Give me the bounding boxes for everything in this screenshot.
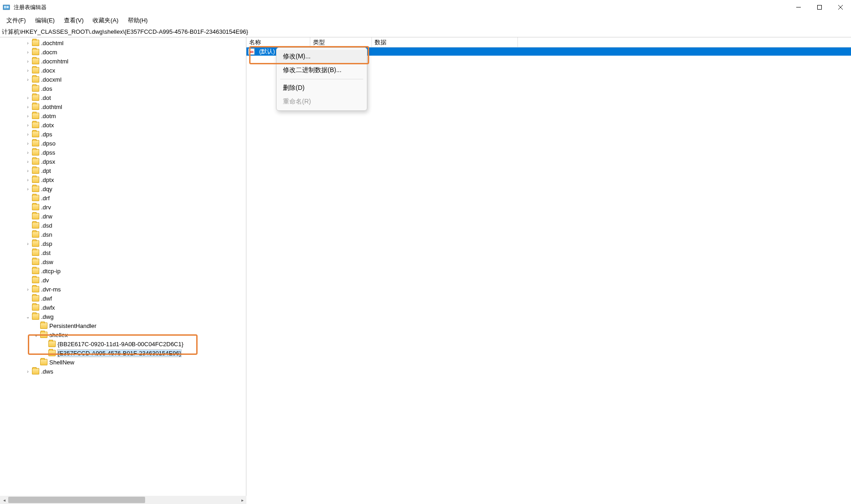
chevron-right-icon[interactable]: › xyxy=(25,40,31,46)
tree-label[interactable]: .dsd xyxy=(41,222,52,229)
list-header-data[interactable]: 数据 xyxy=(372,37,518,47)
maximize-button[interactable] xyxy=(809,0,830,15)
tree-label[interactable]: shellex xyxy=(49,332,68,338)
tree-label[interactable]: .dqy xyxy=(41,186,52,192)
tree-label[interactable]: .dwg xyxy=(41,313,53,320)
minimize-button[interactable] xyxy=(788,0,809,15)
list-header-type[interactable]: 类型 xyxy=(310,37,372,47)
chevron-right-icon[interactable]: › xyxy=(25,167,31,174)
tree-node[interactable]: ›.dotx xyxy=(0,120,246,130)
menu-file[interactable]: 文件(F) xyxy=(2,15,31,26)
tree-horizontal-scrollbar[interactable]: ◂ ▸ xyxy=(0,496,246,504)
tree-label[interactable]: .dsw xyxy=(41,259,53,265)
tree-node[interactable]: .dsd xyxy=(0,221,246,230)
chevron-right-icon[interactable]: › xyxy=(25,49,31,55)
ctx-delete[interactable]: 删除(D) xyxy=(277,81,367,95)
tree-node[interactable]: .dos xyxy=(0,84,246,93)
chevron-right-icon[interactable]: › xyxy=(25,131,31,137)
menu-favorites[interactable]: 收藏夹(A) xyxy=(88,15,123,26)
tree-label[interactable]: .dvr-ms xyxy=(41,286,61,293)
tree-node[interactable]: .dv xyxy=(0,275,246,285)
tree-node[interactable]: ›.docx xyxy=(0,66,246,75)
tree-node[interactable]: ›.dot xyxy=(0,93,246,102)
tree-label[interactable]: .dpss xyxy=(41,149,55,156)
tree-node[interactable]: {BB2E617C-0920-11d1-9A0B-00C04FC2D6C1} xyxy=(0,339,246,348)
tree-node[interactable]: ›.dpss xyxy=(0,148,246,157)
tree-label[interactable]: PersistentHandler xyxy=(49,322,96,329)
tree-label[interactable]: ShellNew xyxy=(49,359,74,366)
hscroll-right-button[interactable]: ▸ xyxy=(238,496,246,504)
hscroll-thumb[interactable] xyxy=(8,497,145,503)
tree-node[interactable]: PersistentHandler xyxy=(0,321,246,330)
close-button[interactable] xyxy=(830,0,851,15)
chevron-right-icon[interactable]: › xyxy=(25,286,31,292)
tree-panel[interactable]: ›.dochtml›.docm›.docmhtml›.docx›.docxml.… xyxy=(0,37,246,496)
tree-node[interactable]: ›.dqy xyxy=(0,184,246,193)
tree-label[interactable]: .dpsx xyxy=(41,158,55,165)
tree-node[interactable]: .dsn xyxy=(0,230,246,239)
tree-node[interactable]: ›.dothtml xyxy=(0,102,246,111)
tree-node[interactable]: .dtcp-ip xyxy=(0,266,246,275)
menu-edit[interactable]: 编辑(E) xyxy=(31,15,59,26)
tree-node[interactable]: ›.dotm xyxy=(0,111,246,120)
tree-label[interactable]: .dos xyxy=(41,85,52,92)
tree-label[interactable]: .dpso xyxy=(41,140,56,147)
tree-label[interactable]: .dotx xyxy=(41,122,54,129)
tree-label[interactable]: .dsn xyxy=(41,231,52,238)
tree-label[interactable]: .dst xyxy=(41,249,51,256)
chevron-right-icon[interactable]: › xyxy=(25,76,31,83)
chevron-right-icon[interactable]: › xyxy=(25,113,31,119)
addressbar[interactable]: 计算机\HKEY_CLASSES_ROOT\.dwg\shellex\{E357… xyxy=(0,26,851,37)
tree-node[interactable]: ›.dvr-ms xyxy=(0,285,246,294)
hscroll-left-button[interactable]: ◂ xyxy=(0,496,8,504)
tree-node[interactable]: ⌄shellex xyxy=(0,330,246,339)
tree-node[interactable]: ›.dpso xyxy=(0,139,246,148)
tree-node[interactable]: ›.dpsx xyxy=(0,157,246,166)
chevron-right-icon[interactable]: › xyxy=(25,186,31,192)
chevron-right-icon[interactable]: › xyxy=(25,122,31,128)
list-panel[interactable]: 名称 类型 数据 ab(默认)REG_SZ 修改(M)... 修改二进制数据(B… xyxy=(246,37,851,496)
list-header-name[interactable]: 名称 xyxy=(246,37,310,47)
chevron-right-icon[interactable]: › xyxy=(25,368,31,374)
chevron-right-icon[interactable]: › xyxy=(25,149,31,156)
ctx-modify[interactable]: 修改(M)... xyxy=(277,50,367,63)
tree-node[interactable]: ›.dochtml xyxy=(0,38,246,47)
tree-node[interactable]: ›.dsp xyxy=(0,239,246,248)
tree-node[interactable]: .dsw xyxy=(0,257,246,266)
tree-label[interactable]: .dotm xyxy=(41,113,56,120)
tree-label[interactable]: .docmhtml xyxy=(41,58,68,65)
tree-label[interactable]: .docxml xyxy=(41,76,62,83)
tree-label[interactable]: .dws xyxy=(41,368,53,375)
tree-node[interactable]: ›.docxml xyxy=(0,75,246,84)
tree-node[interactable]: ›.dps xyxy=(0,130,246,139)
tree-label[interactable]: .dv xyxy=(41,277,49,284)
tree-label[interactable]: {E357FCCD-A995-4576-B01F-234630154E96} xyxy=(57,350,181,357)
tree-node[interactable]: .drw xyxy=(0,212,246,221)
menu-view[interactable]: 查看(V) xyxy=(59,15,88,26)
tree-label[interactable]: .dot xyxy=(41,94,51,101)
tree-label[interactable]: .dothtml xyxy=(41,104,62,110)
menu-help[interactable]: 帮助(H) xyxy=(123,15,152,26)
tree-label[interactable]: .dps xyxy=(41,131,52,138)
chevron-right-icon[interactable]: › xyxy=(25,158,31,165)
tree-node[interactable]: .dwfx xyxy=(0,303,246,312)
chevron-right-icon[interactable]: › xyxy=(25,104,31,110)
tree-node[interactable]: ›.dptx xyxy=(0,175,246,184)
tree-node[interactable]: ShellNew xyxy=(0,358,246,367)
tree-label[interactable]: .dwfx xyxy=(41,304,55,311)
chevron-down-icon[interactable]: ⌄ xyxy=(25,313,31,320)
tree-label[interactable]: .dochtml xyxy=(41,40,63,47)
tree-label[interactable]: .drv xyxy=(41,204,51,211)
chevron-down-icon[interactable]: ⌄ xyxy=(33,332,39,338)
tree-label[interactable]: .drw xyxy=(41,213,52,220)
tree-label[interactable]: .dwf xyxy=(41,295,52,302)
chevron-right-icon[interactable]: › xyxy=(25,58,31,64)
tree-label[interactable]: .dtcp-ip xyxy=(41,268,61,275)
tree-node[interactable]: {E357FCCD-A995-4576-B01F-234630154E96} xyxy=(0,348,246,358)
tree-label[interactable]: .dpt xyxy=(41,167,51,174)
tree-node[interactable]: ›.dpt xyxy=(0,166,246,175)
chevron-right-icon[interactable]: › xyxy=(25,140,31,146)
tree-label[interactable]: .drf xyxy=(41,195,50,202)
tree-label[interactable]: .dsp xyxy=(41,240,52,247)
tree-label[interactable]: {BB2E617C-0920-11d1-9A0B-00C04FC2D6C1} xyxy=(57,341,183,348)
